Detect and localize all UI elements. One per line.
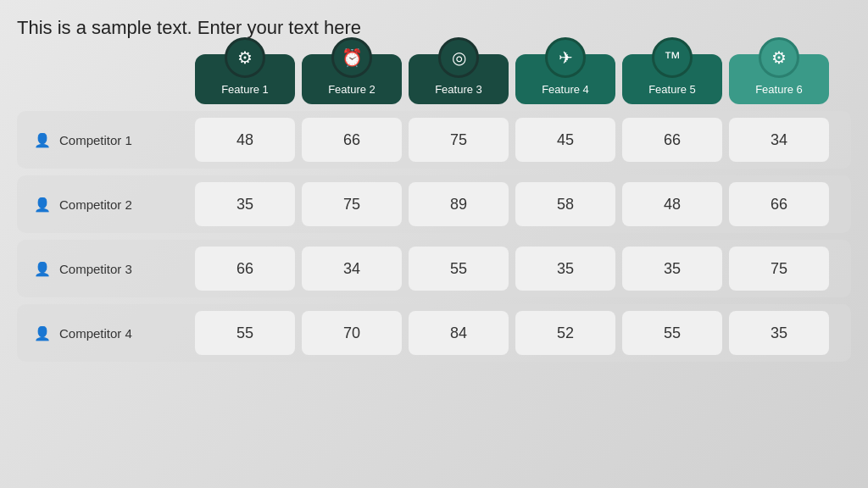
competitor-cell-4: 👤Competitor 4 — [17, 325, 195, 341]
competitor-cell-2: 👤Competitor 2 — [17, 197, 195, 213]
cell-2-3: 89 — [409, 182, 509, 226]
cell-1-1: 48 — [195, 118, 295, 162]
competitor-cell-1: 👤Competitor 1 — [17, 132, 195, 148]
feature-label-5: Feature 5 — [648, 83, 696, 96]
cell-2-1: 35 — [195, 182, 295, 226]
cell-2-5: 48 — [622, 182, 722, 226]
feature-card-5: ™ Feature 5 — [622, 54, 722, 104]
comparison-table: ⚙ Feature 1 ⏰ Feature 2 ◎ Feature 3 ✈ Fe… — [17, 54, 851, 369]
competitor-cell-3: 👤Competitor 3 — [17, 261, 195, 277]
person-icon: 👤 — [34, 325, 51, 341]
feature-label-1: Feature 1 — [221, 83, 269, 96]
page-title: This is a sample text. Enter your text h… — [17, 17, 851, 39]
data-cells-row-1: 486675456634 — [195, 118, 829, 162]
table-row: 👤Competitor 3663455353575 — [17, 240, 851, 297]
cell-4-4: 52 — [515, 311, 615, 355]
cell-3-2: 34 — [302, 247, 402, 291]
feature-card-2: ⏰ Feature 2 — [302, 54, 402, 104]
feature-label-4: Feature 4 — [542, 83, 589, 96]
competitor-name-3: Competitor 3 — [59, 262, 132, 276]
header-row: ⚙ Feature 1 ⏰ Feature 2 ◎ Feature 3 ✈ Fe… — [195, 54, 851, 104]
person-icon: 👤 — [34, 197, 51, 213]
person-icon: 👤 — [34, 261, 51, 277]
feature-icon-4: ✈ — [545, 37, 586, 78]
cell-3-1: 66 — [195, 247, 295, 291]
feature-label-6: Feature 6 — [755, 83, 803, 96]
cell-1-4: 45 — [515, 118, 615, 162]
cell-4-6: 35 — [729, 311, 829, 355]
cell-3-4: 35 — [515, 247, 615, 291]
cell-1-3: 75 — [409, 118, 509, 162]
cell-3-3: 55 — [409, 247, 509, 291]
feature-icon-6: ⚙ — [759, 37, 799, 78]
cell-4-5: 55 — [622, 311, 722, 355]
table-row: 👤Competitor 1486675456634 — [17, 111, 851, 169]
data-cells-row-3: 663455353575 — [195, 247, 829, 291]
cell-2-4: 58 — [515, 182, 615, 226]
competitor-name-4: Competitor 4 — [59, 326, 132, 341]
cell-1-5: 66 — [622, 118, 722, 162]
feature-label-2: Feature 2 — [328, 83, 376, 96]
feature-label-3: Feature 3 — [435, 83, 482, 96]
table-row: 👤Competitor 4557084525535 — [17, 304, 851, 362]
feature-card-3: ◎ Feature 3 — [409, 54, 509, 104]
data-cells-row-4: 557084525535 — [195, 311, 829, 355]
cell-4-1: 55 — [195, 311, 295, 355]
feature-icon-3: ◎ — [438, 37, 479, 78]
person-icon: 👤 — [34, 132, 51, 148]
cell-1-6: 34 — [729, 118, 829, 162]
cell-3-6: 75 — [729, 247, 829, 291]
data-cells-row-2: 357589584866 — [195, 182, 829, 226]
feature-icon-5: ™ — [652, 37, 693, 78]
feature-card-6: ⚙ Feature 6 — [729, 54, 829, 104]
competitor-name-2: Competitor 2 — [59, 197, 132, 212]
cell-4-2: 70 — [302, 311, 402, 355]
cell-3-5: 35 — [622, 247, 722, 291]
feature-card-1: ⚙ Feature 1 — [195, 54, 295, 104]
table-row: 👤Competitor 2357589584866 — [17, 175, 851, 233]
cell-1-2: 66 — [302, 118, 402, 162]
cell-4-3: 84 — [409, 311, 509, 355]
cell-2-6: 66 — [729, 182, 829, 226]
feature-icon-2: ⏰ — [331, 37, 372, 78]
competitor-name-1: Competitor 1 — [59, 133, 132, 147]
feature-card-4: ✈ Feature 4 — [515, 54, 615, 104]
feature-icon-1: ⚙ — [225, 37, 265, 78]
cell-2-2: 75 — [302, 182, 402, 226]
